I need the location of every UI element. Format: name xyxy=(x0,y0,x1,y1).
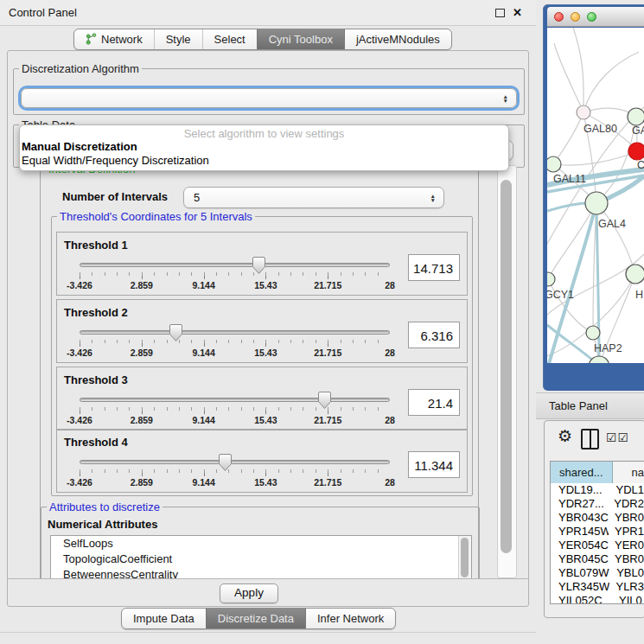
threshold-title: Threshold 3 xyxy=(64,373,128,386)
bottom-tab-bar: Impute DataDiscretize DataInfer Network xyxy=(121,608,396,629)
threshold-panel: Threshold 4 -3.4262.8599.14415.4321.7152… xyxy=(56,429,468,493)
cell-name: YPR1 xyxy=(609,525,644,539)
tab-label: Network xyxy=(101,33,143,46)
close-traffic-light[interactable] xyxy=(554,12,564,22)
tick-label: 28 xyxy=(385,280,395,290)
node-right-h[interactable] xyxy=(626,265,644,284)
threshold-value-field[interactable]: 14.713 xyxy=(408,254,460,281)
algorithm-popup-hint: Select algorithm to view settings xyxy=(20,125,508,140)
network-edge xyxy=(573,28,583,112)
tab-network[interactable]: Network xyxy=(74,29,154,49)
node-label-gal80: GAL80 xyxy=(583,123,617,135)
table-row[interactable]: YER054CYER0 xyxy=(551,539,644,552)
cell-name: YBR0 xyxy=(609,511,644,525)
apply-button[interactable]: Apply xyxy=(220,583,278,603)
cell-shared-name: YBR043C xyxy=(551,511,609,525)
column-header-name[interactable]: na xyxy=(613,462,644,483)
cell-shared-name: YDR27... xyxy=(551,497,608,511)
threshold-value-field[interactable]: 6.316 xyxy=(408,322,460,348)
table-panel-title: Table Panel xyxy=(549,393,608,418)
table-row[interactable]: YLR345WYLR3 xyxy=(551,580,644,594)
column-header-shared-name[interactable]: shared... xyxy=(551,462,613,483)
top-tab-bar: NetworkStyleSelectCyni ToolboxjActiveMNo… xyxy=(73,29,452,50)
panel-vertical-scrollbar[interactable] xyxy=(497,165,517,578)
tab-style[interactable]: Style xyxy=(154,29,202,49)
attribute-item[interactable]: BetweennessCentrality xyxy=(51,567,471,578)
threshold-value-field[interactable]: 21.4 xyxy=(408,389,460,416)
algorithm-option-equal-width-frequency-discretization[interactable]: Equal Width/Frequency Discretization xyxy=(20,154,508,168)
node-bottom[interactable] xyxy=(589,356,609,363)
threshold-slider[interactable]: -3.4262.8599.14415.4321.71528 xyxy=(80,454,390,488)
slider-track[interactable] xyxy=(80,263,390,267)
minimize-traffic-light[interactable] xyxy=(571,12,580,22)
tick-label: 9.144 xyxy=(192,280,214,290)
node-hap2[interactable] xyxy=(586,326,600,340)
slider-thumb[interactable] xyxy=(252,257,265,274)
node-top-right[interactable] xyxy=(628,108,644,125)
algorithm-option-manual-discretization[interactable]: Manual Discretization xyxy=(20,140,508,154)
tab-select[interactable]: Select xyxy=(202,29,257,49)
numerical-attributes-list[interactable]: SelfLoopsTopologicalCoefficientBetweenne… xyxy=(50,535,472,578)
network-canvas[interactable]: GAL80GACGAL11GAL4GCY1HHAP2 xyxy=(547,28,644,363)
tick-label: 21.715 xyxy=(314,415,341,425)
table-header-row: shared... na xyxy=(551,462,644,484)
slider-track[interactable] xyxy=(80,460,390,464)
threshold-value-field[interactable]: 11.344 xyxy=(408,451,460,478)
tab-infer-network[interactable]: Infer Network xyxy=(305,609,395,628)
tab-label: Discretize Data xyxy=(218,612,294,625)
node-selected-red[interactable] xyxy=(628,143,644,160)
algorithm-combo[interactable]: ▲▼ xyxy=(21,88,517,108)
attributes-group-label: Attributes to discretize xyxy=(47,501,163,513)
tab-label: jActiveMNodules xyxy=(356,33,440,46)
table-row[interactable]: YBR045CYBR0 xyxy=(551,552,644,566)
table-row[interactable]: YPR145WYPR1 xyxy=(551,525,644,539)
panel-scrollbar-thumb[interactable] xyxy=(501,180,512,553)
number-of-intervals-combo[interactable]: 5 ▲▼ xyxy=(183,187,444,208)
slider-thumb[interactable] xyxy=(169,324,182,341)
table-row[interactable]: YBR043CYBR0 xyxy=(551,511,644,525)
checkbox-checked-icons[interactable]: ☑☑ xyxy=(606,430,629,444)
table-panel: ⚙ ☑☑ shared... na YDL19...YDL1YDR27...YD… xyxy=(544,420,644,618)
control-panel: Control Panel ✕ NetworkStyleSelectCyni T… xyxy=(0,0,536,644)
split-columns-icon[interactable] xyxy=(581,429,599,450)
table-row[interactable]: YBL079WYBL0 xyxy=(551,566,644,580)
node-label-ga: GA xyxy=(632,124,644,137)
window-controls: ✕ xyxy=(495,0,522,25)
table-row[interactable]: YIL052CYIL0 xyxy=(551,594,644,603)
attributes-scrollbar-thumb[interactable] xyxy=(461,538,469,577)
float-window-icon[interactable] xyxy=(495,9,505,17)
table-panel-titlebar: Table Panel xyxy=(536,392,644,419)
cell-name: YLR3 xyxy=(609,580,644,594)
tab-jactivemnodules[interactable]: jActiveMNodules xyxy=(344,29,451,49)
attributes-scrollbar[interactable] xyxy=(458,536,471,578)
zoom-traffic-light[interactable] xyxy=(587,12,596,22)
slider-thumb[interactable] xyxy=(219,454,232,471)
close-icon[interactable]: ✕ xyxy=(513,7,522,18)
attribute-item[interactable]: TopologicalCoefficient xyxy=(51,552,471,567)
slider-track[interactable] xyxy=(80,330,390,335)
tab-label: Cyni Toolbox xyxy=(269,33,333,46)
threshold-slider[interactable]: -3.4262.8599.14415.4321.71528 xyxy=(80,257,390,291)
tab-discretize-data[interactable]: Discretize Data xyxy=(206,609,305,628)
threshold-slider[interactable]: -3.4262.8599.14415.4321.71528 xyxy=(80,392,390,426)
slider-track[interactable] xyxy=(80,398,390,402)
tick-label: 15.43 xyxy=(254,415,277,425)
attribute-item[interactable]: SelfLoops xyxy=(51,536,471,552)
table-row[interactable]: YDR27...YDR2 xyxy=(551,497,644,511)
threshold-panel: Threshold 2 -3.4262.8599.14415.4321.7152… xyxy=(56,299,468,363)
slider-thumb[interactable] xyxy=(318,392,331,409)
node-gal11[interactable] xyxy=(547,156,561,172)
node-gal80[interactable] xyxy=(577,105,590,119)
tab-cyni-toolbox[interactable]: Cyni Toolbox xyxy=(257,29,344,49)
tick-label: 15.43 xyxy=(254,280,277,290)
tick-label: 2.859 xyxy=(131,280,153,290)
settings-gear-icon[interactable]: ⚙ xyxy=(558,428,572,444)
node-gal4[interactable] xyxy=(585,192,608,214)
threshold-slider[interactable]: -3.4262.8599.14415.4321.71528 xyxy=(80,324,390,359)
node-label-gcy1: GCY1 xyxy=(547,289,574,301)
tab-impute-data[interactable]: Impute Data xyxy=(122,609,206,628)
tick-label: 9.144 xyxy=(192,477,214,488)
tick-label: 28 xyxy=(385,477,395,488)
node-gcy1[interactable] xyxy=(547,272,555,286)
table-row[interactable]: YDL19...YDL1 xyxy=(551,483,644,497)
